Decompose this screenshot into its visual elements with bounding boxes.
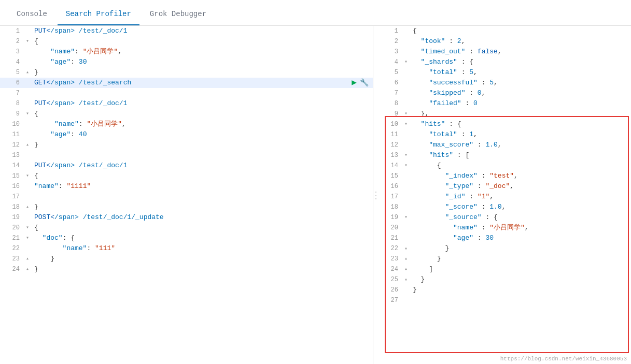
line-content: } bbox=[32, 264, 373, 274]
fold-icon[interactable]: ▴ bbox=[26, 202, 32, 212]
line-number: 6 bbox=[0, 78, 26, 88]
right-code-editor[interactable]: 1{2 "took" : 2,3 "timed_out" : false,4▾ … bbox=[378, 26, 631, 364]
right-line-26: 26} bbox=[378, 285, 631, 295]
fold-icon[interactable]: ▴ bbox=[404, 264, 411, 274]
line-number: 19 bbox=[0, 212, 26, 223]
line-content: { bbox=[32, 109, 373, 119]
fold-icon[interactable]: ▾ bbox=[26, 36, 32, 47]
fold-icon[interactable]: ▾ bbox=[26, 171, 32, 181]
line-content: { bbox=[32, 171, 373, 181]
left-panel: 1PUT</span> /test/_doc/12▾{3 "name": "小吕… bbox=[0, 26, 373, 364]
fold-icon[interactable]: ▴ bbox=[26, 254, 32, 264]
fold-icon[interactable]: ▴ bbox=[404, 274, 411, 285]
line-content: } bbox=[32, 67, 373, 78]
fold-icon[interactable]: ▾ bbox=[404, 212, 411, 223]
left-line-1: 1PUT</span> /test/_doc/1 bbox=[0, 26, 373, 36]
line-content: } bbox=[411, 274, 631, 285]
left-line-16: 16"name": "1111" bbox=[0, 181, 373, 192]
line-content: "max_score" : 1.0, bbox=[411, 140, 631, 150]
right-line-2: 2 "took" : 2, bbox=[378, 36, 631, 47]
line-number: 25 bbox=[378, 274, 404, 285]
fold-icon[interactable]: ▴ bbox=[26, 67, 32, 78]
line-content: } bbox=[32, 140, 373, 150]
line-number: 1 bbox=[0, 26, 26, 36]
line-content: "_id" : "1", bbox=[411, 192, 631, 202]
line-content: "total" : 1, bbox=[411, 129, 631, 140]
line-number: 1 bbox=[378, 26, 404, 36]
line-number: 4 bbox=[378, 57, 404, 67]
line-number: 8 bbox=[378, 98, 404, 109]
right-line-3: 3 "timed_out" : false, bbox=[378, 47, 631, 57]
tab-search-profiler[interactable]: Search Profiler bbox=[58, 4, 139, 25]
line-number: 23 bbox=[0, 254, 26, 264]
panel-divider[interactable]: ⋮ bbox=[373, 26, 378, 364]
line-number: 10 bbox=[0, 119, 26, 129]
left-code-editor[interactable]: 1PUT</span> /test/_doc/12▾{3 "name": "小吕… bbox=[0, 26, 373, 364]
right-line-11: 11 "total" : 1, bbox=[378, 129, 631, 140]
left-line-21: 21▾ "doc": { bbox=[0, 233, 373, 243]
line-content: } bbox=[411, 254, 631, 264]
right-line-24: 24▴ ] bbox=[378, 264, 631, 274]
wrench-button[interactable]: 🔧 bbox=[360, 78, 369, 88]
fold-icon[interactable]: ▾ bbox=[404, 119, 411, 129]
fold-icon[interactable]: ▾ bbox=[404, 150, 411, 161]
line-content: } bbox=[411, 243, 631, 254]
line-number: 15 bbox=[378, 171, 404, 181]
fold-icon[interactable]: ▴ bbox=[404, 254, 411, 264]
line-number: 9 bbox=[378, 109, 404, 119]
right-panel: 1{2 "took" : 2,3 "timed_out" : false,4▾ … bbox=[378, 26, 631, 364]
fold-icon[interactable]: ▾ bbox=[26, 223, 32, 233]
right-line-21: 21 "age" : 30 bbox=[378, 233, 631, 243]
tab-console[interactable]: Console bbox=[8, 4, 55, 25]
line-number: 14 bbox=[0, 161, 26, 171]
fold-icon[interactable]: ▾ bbox=[404, 161, 411, 171]
left-line-4: 4 "age": 30 bbox=[0, 57, 373, 67]
line-number: 20 bbox=[0, 223, 26, 233]
left-line-7: 7 bbox=[0, 88, 373, 98]
line-number: 18 bbox=[0, 202, 26, 212]
line-number: 27 bbox=[378, 295, 404, 305]
line-content: ] bbox=[411, 264, 631, 274]
line-number: 17 bbox=[378, 192, 404, 202]
line-content: "name": "1111" bbox=[32, 181, 373, 192]
tab-grok-debugger[interactable]: Grok Debugger bbox=[142, 4, 215, 25]
line-content: PUT</span> /test/_doc/1 bbox=[32, 26, 373, 36]
line-content: "took" : 2, bbox=[411, 36, 631, 47]
left-line-8: 8PUT</span> /test/_doc/1 bbox=[0, 98, 373, 109]
right-line-1: 1{ bbox=[378, 26, 631, 36]
line-content: "name": "111" bbox=[32, 243, 373, 254]
line-number: 26 bbox=[378, 285, 404, 295]
fold-icon[interactable]: ▾ bbox=[26, 233, 32, 243]
right-line-19: 19▾ "_source" : { bbox=[378, 212, 631, 223]
line-number: 13 bbox=[378, 150, 404, 161]
line-content: "hits" : { bbox=[411, 119, 631, 129]
fold-icon[interactable]: ▾ bbox=[404, 57, 411, 67]
left-line-18: 18▴} bbox=[0, 202, 373, 212]
right-line-17: 17 "_id" : "1", bbox=[378, 192, 631, 202]
right-line-25: 25▴ } bbox=[378, 274, 631, 285]
line-number: 24 bbox=[378, 264, 404, 274]
left-line-22: 22 "name": "111" bbox=[0, 243, 373, 254]
fold-icon[interactable]: ▾ bbox=[26, 109, 32, 119]
fold-icon[interactable]: ▴ bbox=[404, 243, 411, 254]
fold-icon[interactable]: ▾ bbox=[404, 109, 411, 119]
line-number: 7 bbox=[378, 88, 404, 98]
line-number: 21 bbox=[378, 233, 404, 243]
line-content: GET</span> /test/_search bbox=[32, 78, 352, 88]
line-number: 17 bbox=[0, 192, 26, 202]
line-content: } bbox=[32, 254, 373, 264]
line-content: "_source" : { bbox=[411, 212, 631, 223]
line-number: 15 bbox=[0, 171, 26, 181]
fold-icon[interactable]: ▴ bbox=[26, 264, 32, 274]
right-line-6: 6 "successful" : 5, bbox=[378, 78, 631, 88]
left-line-20: 20▾{ bbox=[0, 223, 373, 233]
left-line-9: 9▾{ bbox=[0, 109, 373, 119]
line-number: 3 bbox=[378, 47, 404, 57]
line-number: 23 bbox=[378, 254, 404, 264]
run-button[interactable]: ▶ bbox=[352, 78, 357, 88]
fold-icon[interactable]: ▴ bbox=[26, 140, 32, 150]
line-content: "total" : 5, bbox=[411, 67, 631, 78]
watermark: https://blog.csdn.net/weixin_43680053 bbox=[500, 356, 627, 362]
left-line-3: 3 "name": "小吕同学", bbox=[0, 47, 373, 57]
right-line-13: 13▾ "hits" : [ bbox=[378, 150, 631, 161]
